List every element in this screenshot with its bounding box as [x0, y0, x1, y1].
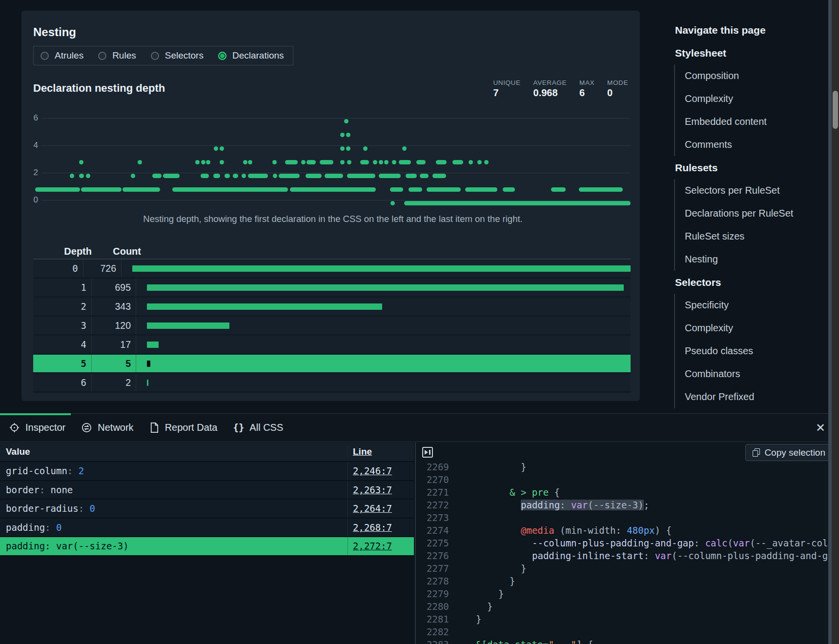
y-axis-tick-label: 2: [23, 168, 38, 178]
code-line: 2277}: [416, 562, 839, 575]
code-text: }: [465, 463, 526, 473]
code-token: (--size-3): [588, 500, 643, 510]
css-property: grid-column: [6, 465, 67, 476]
depth-table-row[interactable]: 3120: [33, 317, 631, 336]
nav-item-vendor-prefixed[interactable]: Vendor Prefixed: [675, 385, 820, 408]
tab-label: Report Data: [165, 422, 218, 433]
code-token: }: [510, 576, 515, 586]
css-property: padding: [6, 522, 45, 533]
line-number: 2281: [416, 613, 448, 625]
chart-gridline: [41, 173, 631, 173]
count-cell: 343: [92, 298, 136, 315]
tab-inspector[interactable]: Inspector: [9, 422, 65, 433]
value-table-row[interactable]: padding: var(--size-3)2,272:7: [0, 537, 414, 556]
code-token: var: [571, 500, 588, 510]
code-token: var: [733, 538, 750, 548]
devtools-panel: InspectorNetworkReport Data{}All CSS ✕ V…: [0, 413, 839, 644]
bar-cell: [136, 336, 631, 353]
nav-item-comments[interactable]: Comments: [675, 133, 820, 156]
css-value: none: [51, 484, 73, 495]
scatter-segment-depth-2: [131, 174, 135, 178]
scatter-segment-depth-3: [477, 160, 482, 164]
code-token: padding-inline-start: [532, 550, 644, 561]
scatter-segment-depth-4: [346, 146, 350, 151]
nav-item-complexity[interactable]: Complexity: [675, 87, 820, 110]
line-number: 2271: [416, 486, 448, 499]
code-token: }: [521, 463, 526, 472]
nav-item-embedded-content[interactable]: Embedded content: [675, 110, 820, 133]
scatter-segment-depth-3: [347, 160, 351, 164]
line-number: 2272: [416, 499, 448, 511]
line-cell: 2,246:7: [348, 462, 414, 480]
tab-network[interactable]: Network: [81, 422, 133, 433]
code-line: 2272padding: var(--size-3);: [416, 499, 839, 511]
scrollbar-thumb[interactable]: [833, 91, 838, 129]
depth-column-header: Depth: [33, 246, 97, 257]
scrollbar-track[interactable]: [832, 0, 839, 644]
line-link[interactable]: 2,263:7: [353, 484, 392, 495]
count-cell: 5: [92, 355, 136, 372]
line-link[interactable]: 2,264:7: [353, 503, 392, 514]
nav-item-pseudo-classes[interactable]: Pseudo classes: [675, 340, 820, 362]
value-column-header: Value: [0, 446, 348, 457]
tab-all-css[interactable]: {}All CSS: [233, 422, 283, 433]
nav-section-rulesets: Rulesets: [674, 156, 820, 179]
scatter-segment-depth-3: [436, 160, 447, 164]
scatter-segment-depth-3: [399, 160, 410, 164]
line-number: 2279: [416, 587, 448, 600]
count-cell: 695: [92, 279, 136, 296]
scatter-segment-depth-3: [243, 160, 247, 164]
line-column-header[interactable]: Line: [348, 446, 414, 457]
depth-cell: 0: [33, 260, 83, 277]
css-value: 0: [56, 522, 61, 533]
close-panel-button[interactable]: ✕: [812, 414, 829, 442]
code-token: }: [476, 614, 481, 624]
code-token: calc: [705, 538, 728, 548]
copy-selection-button[interactable]: Copy selection: [745, 444, 833, 461]
nav-item-ruleset-sizes[interactable]: RuleSet sizes: [675, 225, 820, 248]
nav-item-complexity[interactable]: Complexity: [675, 317, 820, 340]
nav-item-composition[interactable]: Composition: [675, 64, 820, 87]
scatter-segment-depth-1: [81, 187, 122, 192]
line-number: 2273: [416, 511, 448, 524]
scatter-segment-depth-3: [138, 160, 142, 164]
nav-item-combinators[interactable]: Combinators: [675, 362, 820, 385]
depth-table-row[interactable]: 55: [33, 355, 631, 374]
depth-count-table: Depth Count 07261695234331204175562: [33, 244, 631, 393]
line-link[interactable]: 2,268:7: [353, 522, 392, 533]
value-table-row[interactable]: padding: 02,268:7: [0, 519, 414, 538]
nav-item-specificity[interactable]: Specificity: [675, 294, 820, 317]
scatter-segment-depth-1: [35, 187, 80, 192]
depth-table-row[interactable]: 2343: [33, 298, 631, 317]
depth-table-row[interactable]: 417: [33, 336, 631, 355]
depth-table-row[interactable]: 0726: [33, 260, 631, 279]
scatter-segment-depth-3: [469, 160, 473, 164]
nav-item-selectors-per-ruleset[interactable]: Selectors per RuleSet: [675, 179, 820, 202]
scatter-segment-depth-1: [390, 187, 403, 192]
page-navigation: Navigate this page StylesheetComposition…: [674, 19, 820, 408]
code-token: --column-plus-padding-and-gap: [532, 538, 694, 548]
code-token: }: [521, 563, 526, 574]
line-link[interactable]: 2,272:7: [353, 541, 392, 551]
value-table-row[interactable]: border-radius: 02,264:7: [0, 500, 414, 519]
line-cell: 2,268:7: [348, 519, 414, 537]
code-token: "...": [549, 639, 576, 644]
scatter-segment-depth-3: [301, 160, 306, 164]
scatter-segment-depth-3: [360, 160, 369, 164]
line-number: 2280: [416, 600, 448, 613]
depth-table-row[interactable]: 62: [33, 374, 631, 393]
nav-item-declarations-per-ruleset[interactable]: Declarations per RuleSet: [675, 202, 820, 225]
code-token: 480px: [627, 525, 655, 536]
scatter-segment-depth-2: [70, 174, 74, 178]
scatter-segment-depth-1: [503, 187, 515, 192]
nav-item-nesting[interactable]: Nesting: [675, 248, 820, 271]
value-table-row[interactable]: grid-column: 22,246:7: [0, 462, 414, 481]
open-panel-icon[interactable]: [422, 447, 433, 458]
tab-report-data[interactable]: Report Data: [149, 422, 218, 433]
value-table-row[interactable]: border: none2,263:7: [0, 481, 414, 500]
depth-cell: 5: [33, 355, 92, 372]
line-link[interactable]: 2,246:7: [353, 465, 392, 476]
depth-table-row[interactable]: 1695: [33, 279, 631, 298]
code-text: }: [465, 587, 504, 600]
copy-icon: [753, 448, 760, 457]
